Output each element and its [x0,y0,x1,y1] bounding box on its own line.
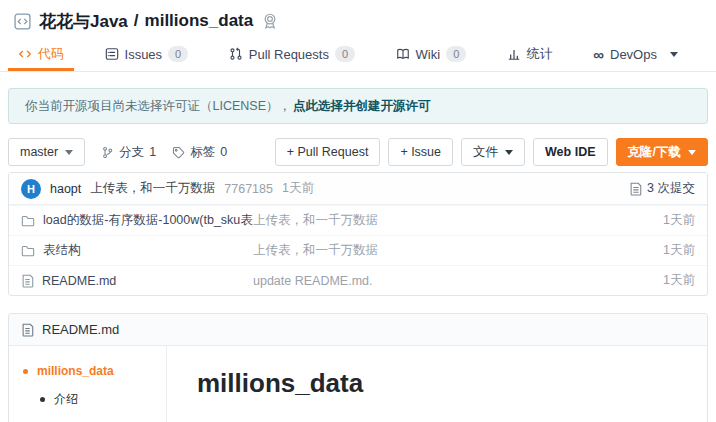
code-icon [18,47,32,61]
table-row: 表结构 上传表，和一千万数据 1天前 [9,235,707,265]
file-commit-time: 1天前 [663,272,695,289]
license-banner: 你当前开源项目尚未选择许可证（LICENSE）， 点此选择并创建开源许可 [8,88,708,124]
repo-toolbar: master 分支 1 标签 0 + Pull Request + Issue … [8,138,708,166]
repo-header: 花花与Java / millions_data [0,0,716,40]
tab-label: DevOps [610,47,657,62]
issues-icon [105,47,119,61]
repo-owner-link[interactable]: 花花与Java [39,10,128,33]
branch-icon [101,146,114,159]
readme-body: millions_data 介绍 millions_data 介绍 [9,346,707,422]
file-browser-card: H haopt 上传表，和一千万数据 7767185 1天前 3 次提交 loa… [8,172,708,296]
file-name-label: load的数据-有序数据-1000w(tb_sku表) [43,212,253,229]
file-icon [21,323,34,337]
tab-label: 代码 [38,45,64,63]
title-separator: / [134,11,139,31]
tab-pull-requests[interactable]: Pull Requests 0 [219,40,365,71]
tab-code[interactable]: 代码 [8,40,74,71]
tab-issues[interactable]: Issues 0 [95,40,199,71]
chevron-down-icon [688,150,696,155]
new-issue-button[interactable]: + Issue [388,138,453,166]
file-link[interactable]: 表结构 [21,242,253,259]
commits-count-label: 3 次提交 [647,180,695,197]
avatar[interactable]: H [21,179,41,199]
folder-icon [21,244,35,258]
file-menu-button[interactable]: 文件 [461,138,525,166]
bullet-icon [23,369,28,374]
chevron-down-icon [65,150,73,155]
readme-toc: millions_data 介绍 [9,346,167,422]
file-name-label: 表结构 [43,242,81,259]
create-license-link[interactable]: 点此选择并创建开源许可 [293,98,431,115]
tab-count-badge: 0 [335,46,355,62]
clone-download-button[interactable]: 克隆/下载 [616,138,708,166]
wiki-icon [396,47,410,61]
toolbar-actions: + Pull Request + Issue 文件 Web IDE 克隆/下载 [275,138,708,166]
readme-card: README.md millions_data 介绍 millions_data… [8,313,708,422]
commit-author-link[interactable]: haopt [50,182,81,196]
chevron-down-icon [505,150,513,155]
branch-meta: 分支 1 标签 0 [101,144,227,161]
tab-label: 统计 [527,45,553,63]
tab-label: Wiki [416,47,441,62]
tab-label: Issues [125,47,163,62]
commits-count-link[interactable]: 3 次提交 [629,180,695,197]
tab-wiki[interactable]: Wiki 0 [386,40,477,71]
commit-hash-link[interactable]: 7767185 [224,182,273,196]
branch-selector-value: master [20,145,58,159]
commit-time: 1天前 [282,180,314,197]
repo-name-link[interactable]: millions_data [145,11,254,31]
file-link[interactable]: README.md [21,274,253,288]
table-row: README.md update README.md. 1天前 [9,265,707,295]
pull-request-icon [229,47,243,61]
toc-item-millions-data[interactable]: millions_data [23,364,166,378]
tags-label: 标签 [190,144,215,161]
file-name-label: README.md [42,274,116,288]
file-commit-message[interactable]: update README.md. [253,274,663,288]
repo-tabbar: 代码 Issues 0 Pull Requests 0 Wiki 0 统计 ∞ … [0,40,716,72]
readme-header: README.md [9,314,707,346]
readme-header-title: README.md [42,322,119,337]
commit-message-link[interactable]: 上传表，和一千万数据 [90,180,215,197]
tags-link[interactable]: 标签 0 [172,144,227,161]
chevron-down-icon [670,52,678,57]
folder-icon [21,214,35,228]
tab-devops[interactable]: ∞ DevOps [583,40,688,71]
file-icon [21,274,34,288]
repo-title: 花花与Java / millions_data [39,10,253,33]
tab-count-badge: 0 [446,46,466,62]
stats-icon [507,47,521,61]
file-commit-message[interactable]: 上传表，和一千万数据 [253,212,663,229]
file-menu-label: 文件 [473,144,498,161]
license-banner-text: 你当前开源项目尚未选择许可证（LICENSE）， [25,98,291,115]
devops-infinity-icon: ∞ [593,46,604,63]
branches-label: 分支 [119,144,144,161]
toc-item-label: millions_data [37,364,114,378]
new-pull-request-button[interactable]: + Pull Request [275,138,381,166]
medal-icon[interactable] [261,12,279,30]
file-commit-time: 1天前 [663,242,695,259]
readme-title: millions_data [197,368,707,399]
clone-download-label: 克隆/下载 [628,144,681,161]
toc-item-label: 介绍 [54,391,78,408]
web-ide-button[interactable]: Web IDE [533,138,607,166]
tab-count-badge: 0 [168,46,188,62]
branches-count: 1 [149,145,156,159]
tab-stats[interactable]: 统计 [497,40,563,71]
branches-link[interactable]: 分支 1 [101,144,156,161]
code-square-icon [14,13,31,30]
file-link[interactable]: load的数据-有序数据-1000w(tb_sku表) [21,212,253,229]
tags-count: 0 [220,145,227,159]
branch-selector[interactable]: master [8,138,85,166]
file-commit-message[interactable]: 上传表，和一千万数据 [253,242,663,259]
toc-item-intro[interactable]: 介绍 [40,391,166,408]
commit-history-icon [629,182,642,196]
table-row: load的数据-有序数据-1000w(tb_sku表) 上传表，和一千万数据 1… [9,205,707,235]
tab-label: Pull Requests [249,47,329,62]
bullet-icon [40,397,45,402]
tag-icon [172,146,185,159]
file-commit-time: 1天前 [663,212,695,229]
latest-commit-bar: H haopt 上传表，和一千万数据 7767185 1天前 3 次提交 [9,173,707,205]
readme-content: millions_data 介绍 [167,346,707,422]
